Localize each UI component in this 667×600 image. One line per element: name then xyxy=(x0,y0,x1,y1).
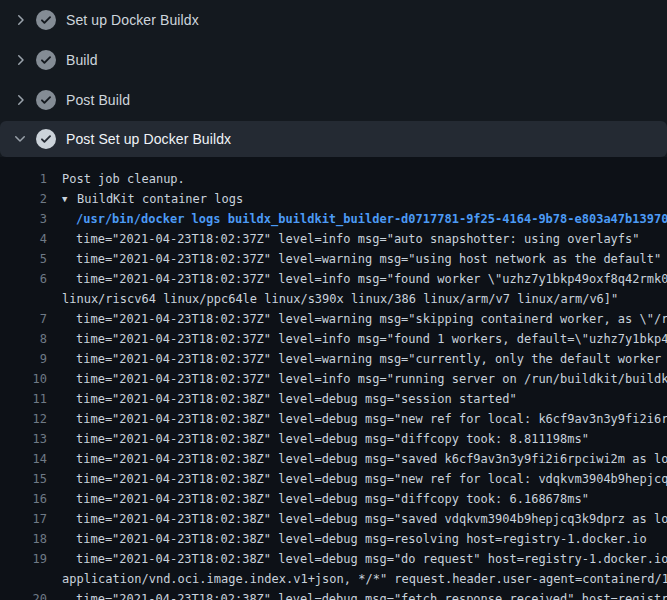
log-text: time="2021-04-23T18:02:38Z" level=debug … xyxy=(47,529,647,549)
log-group-title[interactable]: BuildKit container logs xyxy=(77,192,243,206)
steps-list: Set up Docker BuildxBuildPost BuildPost … xyxy=(0,0,667,157)
line-number[interactable]: 13 xyxy=(0,429,47,449)
step-label: Post Set up Docker Buildx xyxy=(66,131,231,147)
log-line-10: 10time="2021-04-23T18:02:37Z" level=info… xyxy=(0,369,667,389)
log-text: time="2021-04-23T18:02:38Z" level=debug … xyxy=(47,389,517,409)
command-text: /usr/bin/docker logs buildx_buildkit_bui… xyxy=(47,209,667,229)
line-number[interactable]: 1 xyxy=(0,169,47,189)
log-text: time="2021-04-23T18:02:37Z" level=warnin… xyxy=(47,309,667,329)
log-text: time="2021-04-23T18:02:37Z" level=info m… xyxy=(47,369,667,389)
log-text: time="2021-04-23T18:02:37Z" level=warnin… xyxy=(47,249,661,269)
chevron-right-icon[interactable] xyxy=(12,92,28,108)
log-text: time="2021-04-23T18:02:38Z" level=debug … xyxy=(47,489,589,509)
log-group-row: ▼BuildKit container logs xyxy=(47,189,243,209)
chevron-right-icon[interactable] xyxy=(12,52,28,68)
log-text: time="2021-04-23T18:02:38Z" level=debug … xyxy=(47,589,667,600)
step-label: Post Build xyxy=(66,92,130,108)
line-number[interactable]: 3 xyxy=(0,209,47,229)
line-number[interactable]: 9 xyxy=(0,349,47,369)
group-collapse-triangle-icon[interactable]: ▼ xyxy=(62,189,72,209)
log-line-12: 12time="2021-04-23T18:02:38Z" level=debu… xyxy=(0,409,667,429)
log-line-20: 20time="2021-04-23T18:02:38Z" level=debu… xyxy=(0,589,667,600)
step-row-post-set-up-docker-buildx[interactable]: Post Set up Docker Buildx xyxy=(0,121,667,157)
line-number[interactable]: 2 xyxy=(0,189,47,209)
log-line-3: 3/usr/bin/docker logs buildx_buildkit_bu… xyxy=(0,209,667,229)
log-text: time="2021-04-23T18:02:37Z" level=info m… xyxy=(47,329,667,349)
log-line-9: 9time="2021-04-23T18:02:37Z" level=warni… xyxy=(0,349,667,369)
line-number[interactable]: 19 xyxy=(0,549,47,569)
log-text: application/vnd.oci.image.index.v1+json,… xyxy=(47,569,667,589)
line-number[interactable]: 7 xyxy=(0,309,47,329)
step-row-build[interactable]: Build xyxy=(0,40,667,80)
log-text: time="2021-04-23T18:02:38Z" level=debug … xyxy=(47,409,667,429)
line-number[interactable]: 17 xyxy=(0,509,47,529)
log-text: time="2021-04-23T18:02:38Z" level=debug … xyxy=(47,549,667,569)
check-circle-icon xyxy=(36,129,56,149)
log-line-14: 14time="2021-04-23T18:02:38Z" level=debu… xyxy=(0,449,667,469)
log-line-5: 5time="2021-04-23T18:02:37Z" level=warni… xyxy=(0,249,667,269)
chevron-right-icon[interactable] xyxy=(12,12,28,28)
workflow-log-viewer: Set up Docker BuildxBuildPost BuildPost … xyxy=(0,0,667,600)
step-row-post-build[interactable]: Post Build xyxy=(0,80,667,120)
log-text: time="2021-04-23T18:02:38Z" level=debug … xyxy=(47,509,667,529)
check-circle-icon xyxy=(36,50,56,70)
line-number xyxy=(0,289,47,309)
log-text: time="2021-04-23T18:02:38Z" level=debug … xyxy=(47,449,667,469)
log-line-8: 8time="2021-04-23T18:02:37Z" level=info … xyxy=(0,329,667,349)
check-circle-icon xyxy=(36,10,56,30)
line-number[interactable]: 14 xyxy=(0,449,47,469)
line-number[interactable]: 16 xyxy=(0,489,47,509)
log-line-continuation: application/vnd.oci.image.index.v1+json,… xyxy=(0,569,667,589)
step-row-set-up-docker-buildx[interactable]: Set up Docker Buildx xyxy=(0,0,667,40)
log-line-18: 18time="2021-04-23T18:02:38Z" level=debu… xyxy=(0,529,667,549)
chevron-down-icon[interactable] xyxy=(12,131,28,147)
log-text: time="2021-04-23T18:02:38Z" level=debug … xyxy=(47,469,667,489)
line-number[interactable]: 20 xyxy=(0,589,47,600)
log-line-7: 7time="2021-04-23T18:02:37Z" level=warni… xyxy=(0,309,667,329)
log-line-1: 1Post job cleanup. xyxy=(0,169,667,189)
line-number[interactable]: 15 xyxy=(0,469,47,489)
log-line-continuation: linux/riscv64 linux/ppc64le linux/s390x … xyxy=(0,289,667,309)
log-line-6: 6time="2021-04-23T18:02:37Z" level=info … xyxy=(0,269,667,289)
log-text: linux/riscv64 linux/ppc64le linux/s390x … xyxy=(47,289,618,309)
check-circle-icon xyxy=(36,90,56,110)
line-number[interactable]: 18 xyxy=(0,529,47,549)
log-text: time="2021-04-23T18:02:38Z" level=debug … xyxy=(47,429,589,449)
line-number[interactable]: 6 xyxy=(0,269,47,289)
log-line-17: 17time="2021-04-23T18:02:38Z" level=debu… xyxy=(0,509,667,529)
log-line-13: 13time="2021-04-23T18:02:38Z" level=debu… xyxy=(0,429,667,449)
line-number[interactable]: 5 xyxy=(0,249,47,269)
log-text: time="2021-04-23T18:02:37Z" level=info m… xyxy=(47,269,667,289)
step-label: Build xyxy=(66,52,98,68)
log-line-2: 2▼BuildKit container logs xyxy=(0,189,667,209)
log-text: time="2021-04-23T18:02:37Z" level=info m… xyxy=(47,229,640,249)
line-number[interactable]: 12 xyxy=(0,409,47,429)
line-number[interactable]: 11 xyxy=(0,389,47,409)
log-area: 1Post job cleanup.2▼BuildKit container l… xyxy=(0,157,667,600)
log-text: Post job cleanup. xyxy=(47,169,185,189)
line-number xyxy=(0,569,47,589)
log-line-16: 16time="2021-04-23T18:02:38Z" level=debu… xyxy=(0,489,667,509)
log-line-4: 4time="2021-04-23T18:02:37Z" level=info … xyxy=(0,229,667,249)
log-line-19: 19time="2021-04-23T18:02:38Z" level=debu… xyxy=(0,549,667,569)
line-number[interactable]: 4 xyxy=(0,229,47,249)
log-text: time="2021-04-23T18:02:37Z" level=warnin… xyxy=(47,349,667,369)
line-number[interactable]: 8 xyxy=(0,329,47,349)
step-label: Set up Docker Buildx xyxy=(66,12,199,28)
line-number[interactable]: 10 xyxy=(0,369,47,389)
log-line-11: 11time="2021-04-23T18:02:38Z" level=debu… xyxy=(0,389,667,409)
log-line-15: 15time="2021-04-23T18:02:38Z" level=debu… xyxy=(0,469,667,489)
